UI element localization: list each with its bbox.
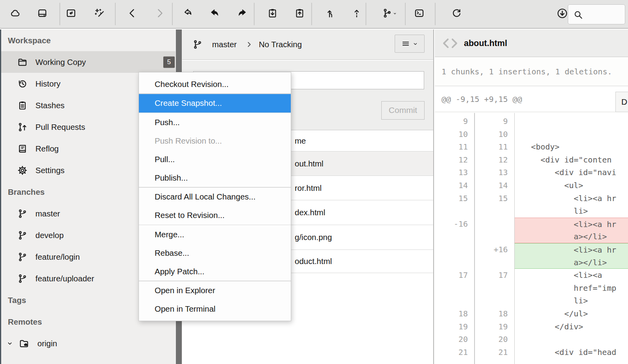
chevron-down-icon[interactable] [6, 340, 13, 347]
new-line-number [474, 230, 514, 243]
context-code: li> [514, 205, 628, 218]
stash-apply-icon [294, 8, 305, 20]
file-name-label: me [295, 136, 306, 146]
toolbar-button-stash-save[interactable] [265, 7, 279, 21]
diff-line: +16 <li><a hr [435, 243, 628, 256]
old-line-number [435, 230, 474, 243]
sidebar-item-label: origin [37, 339, 57, 348]
menu-item-discard-all-local-changes[interactable]: Discard All Local Changes... [139, 188, 291, 206]
new-line-number [474, 294, 514, 307]
menu-item-checkout-revision[interactable]: Checkout Revision... [139, 75, 291, 93]
toolbar-separator [311, 3, 312, 25]
new-line-number: 21 [474, 346, 514, 359]
branch-icon [17, 230, 28, 240]
branch-options-button[interactable] [395, 35, 425, 53]
menu-item-publish[interactable]: Publish... [139, 168, 291, 187]
menu-item-merge[interactable]: Merge... [139, 225, 291, 244]
sidebar-item-working-copy[interactable]: Working Copy5 [0, 51, 175, 73]
menu-item-push[interactable]: Push... [139, 113, 291, 131]
search-icon [573, 9, 584, 20]
fetch-circle-down-icon [556, 7, 568, 21]
new-line-number: 19 [474, 320, 514, 333]
context-code: <li><a [514, 269, 628, 282]
menu-item-open-in-explorer[interactable]: Open in Explorer [139, 281, 291, 300]
settings-icon [17, 165, 28, 176]
new-line-number: 12 [474, 153, 514, 166]
branch-icon [192, 39, 203, 50]
deleted-code: <li><a hr [514, 218, 628, 231]
old-line-number: 21 [435, 346, 474, 359]
file-name-label: dex.html [295, 208, 325, 217]
diff-line: 1818 </ul> [435, 307, 628, 320]
nav-back-icon [127, 7, 138, 20]
context-code: <body> [514, 140, 628, 153]
gutter-divider [514, 113, 515, 364]
menu-item-create-snapshot[interactable]: Create Snapshot... [139, 94, 291, 113]
new-line-number: 9 [474, 115, 514, 128]
toolbar-button-pull-arrow[interactable] [324, 7, 338, 21]
branch-breadcrumb[interactable]: master No Tracking [192, 30, 302, 59]
context-code [514, 115, 628, 128]
toolbar-button-commit-graph[interactable] [380, 7, 394, 21]
history-icon [17, 79, 28, 89]
diff-line: 1515 <li><a hr [435, 192, 628, 205]
commit-button[interactable]: Commit [381, 101, 425, 120]
deleted-code: a></li> [514, 230, 628, 243]
toolbar-button-checkout-arrow[interactable] [181, 7, 195, 21]
search-box[interactable] [568, 4, 625, 24]
chevron-right-icon [246, 41, 253, 48]
branch-icon [17, 252, 28, 262]
menu-item-open-in-terminal[interactable]: Open in Terminal [139, 300, 291, 318]
toolbar-button-push-arrow[interactable] [349, 7, 364, 21]
section-header-label: Tags [8, 296, 26, 305]
window-edge [0, 30, 1, 364]
toolbar-separator [366, 3, 366, 25]
toolbar-button-refresh[interactable] [449, 7, 464, 21]
old-line-number [435, 243, 474, 256]
toolbar-button-cloud[interactable] [8, 7, 22, 21]
change-count-badge: 5 [163, 56, 175, 68]
toolbar-button-stash-apply[interactable] [292, 7, 307, 21]
old-line-number: 20 [435, 333, 474, 346]
toolbar-button-redo-arrow[interactable] [235, 7, 249, 21]
diff-panel: about.html 1 chunks, 1 insertions, 1 del… [435, 30, 628, 364]
new-line-number: 18 [474, 307, 514, 320]
toolbar-separator [405, 3, 406, 25]
chevron-down-icon [412, 41, 418, 47]
toolbar-button-open-repository[interactable] [64, 7, 78, 21]
sidebar-item-label: Settings [35, 166, 65, 175]
toolbar-button-hard-drive[interactable] [35, 7, 49, 21]
toolbar-button-terminal[interactable] [412, 7, 426, 21]
discard-hunk-button[interactable]: D [615, 92, 628, 112]
checkout-arrow-icon [183, 8, 194, 20]
diff-line: 2121 <div id="head [435, 346, 628, 359]
menu-item-pull[interactable]: Pull... [139, 150, 291, 168]
menu-item-apply-patch[interactable]: Apply Patch... [139, 262, 291, 281]
undo-arrow-icon [210, 8, 220, 20]
search-input[interactable] [586, 6, 622, 22]
magic-wand-icon [94, 8, 105, 20]
added-code: <li><a hr [514, 243, 628, 256]
new-line-number: 11 [474, 140, 514, 153]
file-name-label: ror.html [295, 183, 321, 193]
toolbar-button-nav-forward[interactable] [152, 7, 166, 21]
diff-stats-text: 1 chunks, 1 insertions, 1 deletions. [441, 67, 612, 76]
diff-line: a></li> [435, 256, 628, 269]
menu-item-push-revision-to: Push Revision to... [139, 131, 291, 150]
diff-line: 1414 <ul> [435, 179, 628, 192]
menu-item-reset-to-revision[interactable]: Reset to Revision... [139, 206, 291, 225]
toolbar-button-magic-wand[interactable] [92, 7, 106, 21]
sidebar-item-label: History [35, 79, 61, 89]
menu-item-rebase[interactable]: Rebase... [139, 244, 291, 262]
diff-line: 1010 [435, 128, 628, 141]
old-line-number: 10 [435, 128, 474, 141]
new-line-number: 13 [474, 166, 514, 179]
diff-line: 1313 <div id="navi [435, 166, 628, 179]
toolbar-button-fetch-circle-down[interactable] [555, 7, 569, 21]
context-menu: Checkout Revision...Create Snapshot...Pu… [139, 72, 291, 321]
sidebar-item-label: feature/login [35, 252, 80, 262]
toolbar-button-nav-back[interactable] [125, 7, 139, 21]
toolbar-button-undo-arrow[interactable] [208, 7, 222, 21]
sidebar-item-origin[interactable]: origin [0, 333, 175, 354]
sidebar-item-label: Pull Requests [35, 122, 85, 132]
